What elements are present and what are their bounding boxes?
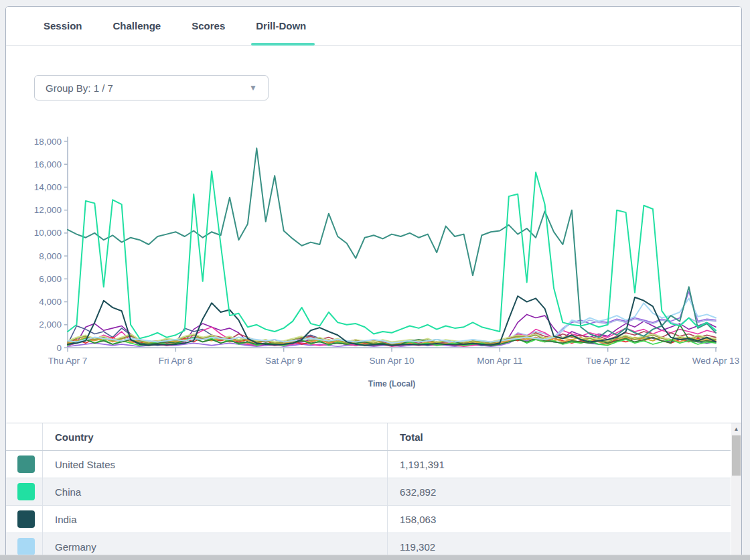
table-row: India158,063 (6, 506, 731, 533)
series-united-states (68, 148, 716, 337)
series-color-swatch (17, 483, 35, 500)
time-series-chart: 02,0004,0006,0008,00010,00012,00014,0001… (6, 131, 742, 399)
series-color-swatch (17, 538, 35, 555)
y-tick-label: 18,000 (34, 137, 62, 147)
scroll-up-button[interactable]: ▲ (731, 423, 741, 434)
y-tick-label: 14,000 (34, 182, 62, 192)
group-by-dropdown[interactable]: Group By: 1 / 7 ▼ (34, 75, 269, 100)
total-column-header: Total (388, 423, 731, 450)
country-cell: India (43, 506, 388, 533)
tab-challenge[interactable]: Challenge (111, 7, 163, 45)
series-color-cell (6, 451, 43, 478)
series-color-cell (6, 478, 43, 505)
x-tick-label: Thu Apr 7 (48, 356, 88, 366)
country-table: CountryTotalUnited States1,191,391China6… (6, 423, 741, 559)
line-chart-canvas: 02,0004,0006,0008,00010,00012,00014,0001… (6, 131, 742, 399)
country-table-body: CountryTotalUnited States1,191,391China6… (6, 423, 741, 560)
scrollbar-thumb[interactable] (732, 435, 741, 476)
table-header-row: CountryTotal (6, 423, 731, 451)
country-cell: United States (43, 451, 388, 478)
y-tick-label: 12,000 (34, 205, 62, 215)
x-tick-label: Sun Apr 10 (370, 356, 415, 366)
table-row: China632,892 (6, 478, 731, 506)
scroll-up-arrow-icon: ▲ (734, 426, 739, 432)
table-row: United States1,191,391 (6, 451, 731, 478)
y-tick-label: 4,000 (39, 297, 62, 307)
group-by-label: Group By: 1 / 7 (46, 82, 113, 94)
country-cell: China (43, 478, 388, 505)
y-tick-label: 6,000 (39, 274, 62, 284)
y-tick-label: 8,000 (39, 251, 62, 261)
tab-scores[interactable]: Scores (190, 7, 227, 45)
y-tick-label: 10,000 (34, 228, 62, 238)
x-tick-label: Mon Apr 11 (477, 356, 522, 366)
tab-session[interactable]: Session (42, 7, 84, 45)
country-column-header: Country (43, 423, 388, 450)
series-color-swatch (17, 510, 35, 528)
series-china (68, 171, 716, 339)
x-tick-label: Fri Apr 8 (159, 356, 193, 366)
dashboard-card: SessionChallengeScoresDrill-Down Group B… (5, 6, 742, 560)
tab-bar: SessionChallengeScoresDrill-Down (6, 7, 741, 46)
chevron-down-icon: ▼ (249, 84, 257, 92)
series-color-swatch (17, 456, 35, 473)
horizontal-scrollbar[interactable] (0, 555, 750, 560)
chart-series (68, 148, 716, 346)
x-axis-title: Time (Local) (368, 379, 415, 389)
x-tick-label: Tue Apr 12 (586, 356, 630, 366)
y-tick-label: 16,000 (34, 159, 62, 169)
tab-drill-down[interactable]: Drill-Down (254, 7, 308, 45)
series-color-cell (6, 506, 43, 533)
total-cell: 632,892 (388, 478, 731, 505)
y-tick-label: 0 (56, 343, 62, 353)
x-tick-label: Sat Apr 9 (265, 356, 303, 366)
total-cell: 158,063 (388, 506, 731, 533)
x-tick-label: Wed Apr 13 (692, 356, 739, 366)
vertical-scrollbar[interactable]: ▲ (731, 423, 741, 559)
y-tick-label: 2,000 (39, 320, 62, 330)
total-cell: 1,191,391 (388, 451, 731, 478)
swatch-column-header (6, 423, 43, 450)
